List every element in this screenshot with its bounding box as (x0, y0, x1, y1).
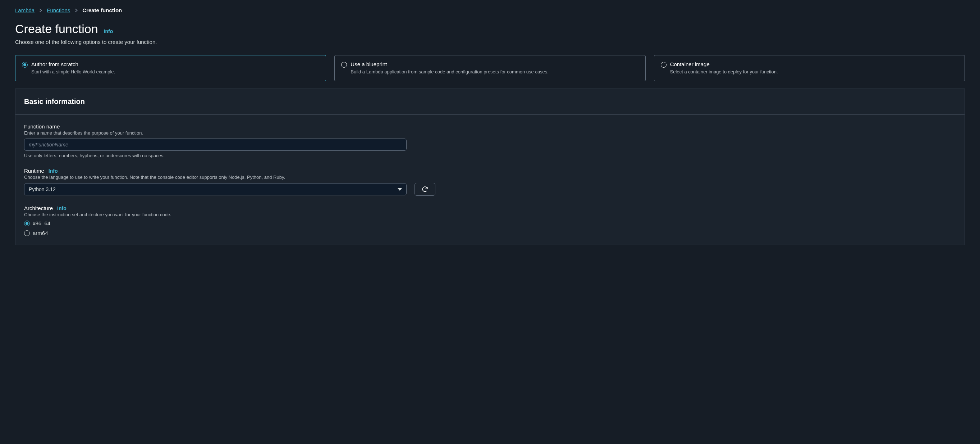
option-author-from-scratch[interactable]: Author from scratch Start with a simple … (15, 55, 326, 81)
radio-icon (22, 62, 28, 68)
option-title: Use a blueprint (350, 61, 549, 67)
panel-header: Basic information (16, 89, 964, 115)
option-container-image[interactable]: Container image Select a container image… (654, 55, 965, 81)
page-title: Create function (15, 22, 98, 36)
function-name-hint: Use only letters, numbers, hyphens, or u… (24, 153, 956, 158)
dropdown-icon (398, 188, 402, 191)
runtime-value: Python 3.12 (29, 186, 56, 192)
chevron-right-icon (74, 8, 79, 13)
radio-icon (24, 220, 30, 226)
breadcrumb: Lambda Functions Create function (15, 7, 965, 13)
field-architecture: Architecture Info Choose the instruction… (24, 205, 956, 236)
breadcrumb-link-functions[interactable]: Functions (47, 7, 70, 13)
radio-icon (661, 62, 667, 68)
function-name-input[interactable] (24, 139, 407, 151)
panel-title: Basic information (24, 97, 956, 106)
option-desc: Build a Lambda application from sample c… (350, 69, 549, 75)
breadcrumb-link-lambda[interactable]: Lambda (15, 7, 35, 13)
page-subtitle: Choose one of the following options to c… (15, 39, 965, 45)
option-title: Container image (670, 61, 778, 67)
chevron-right-icon (38, 8, 43, 13)
architecture-label: Architecture (24, 205, 53, 211)
radio-label: arm64 (33, 230, 48, 236)
runtime-info-link[interactable]: Info (49, 168, 58, 174)
field-runtime: Runtime Info Choose the language to use … (24, 168, 956, 196)
radio-icon (24, 230, 30, 236)
option-desc: Start with a simple Hello World example. (31, 69, 115, 75)
architecture-info-link[interactable]: Info (57, 206, 67, 211)
refresh-icon (422, 186, 428, 193)
runtime-select[interactable]: Python 3.12 (24, 183, 407, 195)
architecture-option-x86-64[interactable]: x86_64 (24, 220, 956, 226)
panel-body: Function name Enter a name that describe… (16, 115, 964, 245)
field-function-name: Function name Enter a name that describe… (24, 123, 956, 158)
basic-information-panel: Basic information Function name Enter a … (15, 88, 965, 245)
breadcrumb-current: Create function (82, 7, 122, 13)
option-use-blueprint[interactable]: Use a blueprint Build a Lambda applicati… (334, 55, 645, 81)
option-title: Author from scratch (31, 61, 115, 67)
option-cards: Author from scratch Start with a simple … (15, 55, 965, 81)
radio-label: x86_64 (33, 220, 50, 226)
page-info-link[interactable]: Info (104, 29, 113, 34)
option-desc: Select a container image to deploy for y… (670, 69, 778, 75)
architecture-desc: Choose the instruction set architecture … (24, 212, 956, 217)
architecture-option-arm64[interactable]: arm64 (24, 230, 956, 236)
function-name-desc: Enter a name that describes the purpose … (24, 130, 956, 136)
page-header: Create function Info (15, 22, 965, 36)
radio-icon (341, 62, 347, 68)
function-name-label: Function name (24, 123, 60, 129)
runtime-label: Runtime (24, 168, 44, 174)
refresh-button[interactable] (415, 183, 435, 196)
runtime-desc: Choose the language to use to write your… (24, 174, 956, 180)
architecture-radio-group: x86_64 arm64 (24, 220, 956, 236)
